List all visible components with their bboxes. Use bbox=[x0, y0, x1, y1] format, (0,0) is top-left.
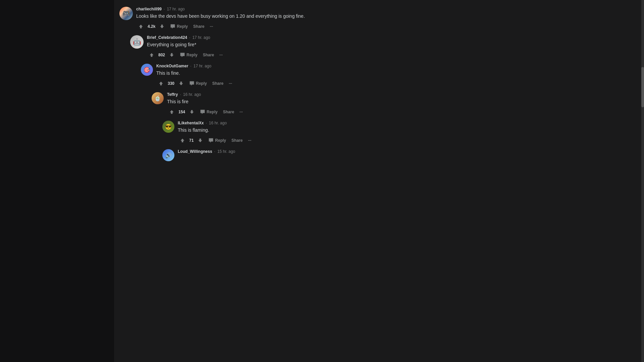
separator: · bbox=[190, 64, 191, 68]
comment-text: Everything is going fire* bbox=[147, 41, 374, 48]
comment-row: 😎 ILikehentaiXx · 16 hr. ago This is fla… bbox=[114, 117, 379, 146]
downvote-button[interactable] bbox=[187, 108, 197, 116]
comment-body: charliechill99 · 17 hr. ago Looks like t… bbox=[136, 7, 374, 31]
more-label: ··· bbox=[210, 24, 213, 29]
comment-row: 🎮 charliechill99 · 17 hr. ago Looks like… bbox=[114, 3, 379, 32]
comment-body: KnockOutGamer · 17 hr. ago This is fine.… bbox=[156, 64, 374, 87]
separator: · bbox=[214, 149, 215, 154]
upvote-button[interactable] bbox=[147, 51, 156, 59]
downvote-button[interactable] bbox=[167, 51, 176, 59]
separator: · bbox=[164, 7, 165, 11]
reply-button[interactable]: Reply bbox=[198, 108, 220, 116]
reply-label: Reply bbox=[186, 53, 198, 57]
more-button[interactable]: ··· bbox=[237, 108, 245, 116]
more-label: ··· bbox=[248, 138, 251, 143]
share-button[interactable]: Share bbox=[210, 80, 225, 87]
timestamp: 16 hr. ago bbox=[183, 92, 201, 97]
comment-body: ILikehentaiXx · 16 hr. ago This is flami… bbox=[178, 121, 374, 144]
username[interactable]: Brief_Celebration424 bbox=[147, 35, 187, 40]
more-label: ··· bbox=[239, 110, 243, 114]
share-label: Share bbox=[231, 138, 243, 143]
timestamp: 17 hr. ago bbox=[194, 64, 211, 68]
avatar[interactable]: 🎮 bbox=[119, 7, 133, 20]
share-label: Share bbox=[193, 24, 204, 29]
vote-count: 330 bbox=[167, 81, 175, 86]
comment-text: Looks like the devs have been busy worki… bbox=[136, 13, 374, 20]
right-panel bbox=[379, 0, 644, 362]
more-button[interactable]: ··· bbox=[227, 80, 234, 87]
reply-button[interactable]: Reply bbox=[178, 51, 200, 59]
username[interactable]: charliechill99 bbox=[136, 7, 162, 11]
upvote-button[interactable] bbox=[167, 108, 176, 116]
comment-body: Loud_Willingness · 15 hr. ago bbox=[178, 149, 374, 161]
avatar[interactable]: 🎯 bbox=[141, 64, 153, 76]
page-wrapper: 🎮 charliechill99 · 17 hr. ago Looks like… bbox=[0, 0, 644, 362]
share-label: Share bbox=[223, 110, 234, 114]
more-button[interactable]: ··· bbox=[217, 51, 225, 59]
avatar[interactable]: 😎 bbox=[162, 121, 174, 133]
reply-label: Reply bbox=[177, 24, 188, 29]
username[interactable]: ILikehentaiXx bbox=[178, 121, 204, 125]
downvote-button[interactable] bbox=[157, 22, 167, 31]
comment-row: 🔊 Loud_Willingness · 15 hr. ago bbox=[114, 146, 379, 163]
separator: · bbox=[180, 92, 181, 97]
comment-header: ILikehentaiXx · 16 hr. ago bbox=[178, 121, 374, 125]
separator: · bbox=[189, 35, 190, 40]
upvote-button[interactable] bbox=[136, 22, 146, 31]
comment-thread: 🎮 charliechill99 · 17 hr. ago Looks like… bbox=[114, 0, 379, 166]
more-button[interactable]: ··· bbox=[208, 23, 215, 30]
share-button[interactable]: Share bbox=[201, 51, 216, 59]
more-label: ··· bbox=[219, 53, 223, 57]
comment-text: This is fire bbox=[167, 98, 374, 105]
timestamp: 17 hr. ago bbox=[167, 7, 184, 11]
avatar[interactable]: 🔊 bbox=[162, 149, 174, 161]
comment-header: Loud_Willingness · 15 hr. ago bbox=[178, 149, 374, 154]
username[interactable]: Loud_Willingness bbox=[178, 149, 212, 154]
scrollbar-thumb[interactable] bbox=[641, 67, 644, 107]
comment-actions: 4.2k Reply Share ··· bbox=[136, 22, 374, 31]
vote-count: 71 bbox=[189, 138, 194, 143]
comment-actions: 330 Reply Share ··· bbox=[156, 79, 374, 87]
comment-body: Teffry · 16 hr. ago This is fire 154 Rep… bbox=[167, 92, 374, 116]
username[interactable]: Teffry bbox=[167, 92, 178, 97]
timestamp: 16 hr. ago bbox=[209, 121, 227, 125]
comment-header: charliechill99 · 17 hr. ago bbox=[136, 7, 374, 11]
share-button[interactable]: Share bbox=[229, 137, 245, 144]
share-button[interactable]: Share bbox=[191, 23, 206, 30]
content-area: 🎮 charliechill99 · 17 hr. ago Looks like… bbox=[114, 0, 379, 362]
upvote-button[interactable] bbox=[156, 79, 166, 87]
share-label: Share bbox=[203, 53, 214, 57]
comment-body: Brief_Celebration424 · 17 hr. ago Everyt… bbox=[147, 35, 374, 59]
comment-actions: 802 Reply Share ··· bbox=[147, 51, 374, 59]
reply-label: Reply bbox=[207, 110, 218, 114]
timestamp: 17 hr. ago bbox=[192, 35, 210, 40]
comment-actions: 154 Reply Share ··· bbox=[167, 108, 374, 116]
comment-header: Brief_Celebration424 · 17 hr. ago bbox=[147, 35, 374, 40]
avatar[interactable]: 🤖 bbox=[130, 35, 144, 49]
timestamp: 15 hr. ago bbox=[217, 149, 235, 154]
share-button[interactable]: Share bbox=[221, 108, 236, 116]
vote-count: 802 bbox=[158, 53, 166, 57]
share-label: Share bbox=[212, 81, 223, 86]
reply-button[interactable]: Reply bbox=[168, 22, 190, 31]
comment-text: This is flaming. bbox=[178, 127, 374, 134]
comment-row: 🎯 KnockOutGamer · 17 hr. ago This is fin… bbox=[114, 60, 379, 89]
comment-header: KnockOutGamer · 17 hr. ago bbox=[156, 64, 374, 68]
scrollbar[interactable] bbox=[641, 0, 644, 362]
reply-label: Reply bbox=[196, 81, 207, 86]
downvote-button[interactable] bbox=[196, 136, 205, 144]
reply-button[interactable]: Reply bbox=[206, 136, 228, 144]
upvote-button[interactable] bbox=[178, 136, 187, 144]
downvote-button[interactable] bbox=[176, 79, 186, 87]
separator: · bbox=[206, 121, 207, 125]
more-button[interactable]: ··· bbox=[246, 137, 253, 144]
comment-actions: 71 Reply Share ··· bbox=[178, 136, 374, 144]
comment-row: 🤖 Brief_Celebration424 · 17 hr. ago Ever… bbox=[114, 32, 379, 60]
left-panel bbox=[0, 0, 114, 362]
vote-count: 4.2k bbox=[147, 24, 156, 29]
comment-row: 🍵 Teffry · 16 hr. ago This is fire 154 bbox=[114, 89, 379, 117]
username[interactable]: KnockOutGamer bbox=[156, 64, 188, 68]
avatar[interactable]: 🍵 bbox=[152, 92, 164, 104]
more-label: ··· bbox=[229, 81, 232, 86]
reply-button[interactable]: Reply bbox=[187, 79, 209, 87]
